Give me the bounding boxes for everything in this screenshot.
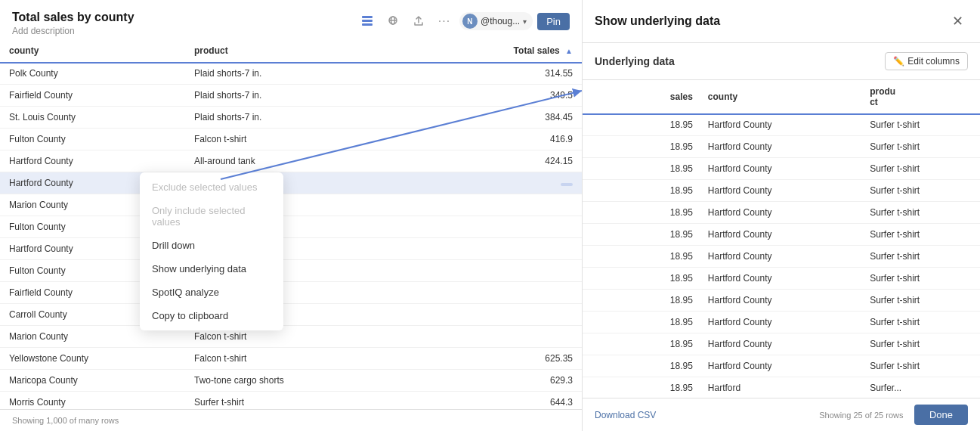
cell-total-sales: 424.15	[423, 150, 582, 172]
col-header-county[interactable]: county	[0, 39, 185, 63]
cell-total-sales: 625.35	[423, 348, 582, 370]
table-row[interactable]: Carroll CountyAll-around tank	[0, 304, 582, 326]
col-header-total-sales[interactable]: Total sales ▲	[423, 39, 582, 63]
cell-sales: 18.95	[583, 246, 700, 268]
table-row[interactable]: Fulton CountyFalcon t-shirt416.9	[0, 129, 582, 150]
cell-sales: 18.95	[583, 202, 700, 224]
cell-county: Fairfield County	[0, 85, 185, 107]
map-view-icon[interactable]	[382, 11, 403, 32]
table-row[interactable]: Marion CountyPlaid shorts-7 in.	[0, 194, 582, 216]
cell-total-sales: 644.3	[423, 392, 582, 410]
context-exclude: Exclude selected values	[140, 175, 283, 199]
table-view-icon[interactable]	[357, 11, 378, 32]
table-row[interactable]: Fulton CountySurfer t-shirt	[0, 216, 582, 238]
right-footer: Download CSV Showing 25 of 25 rows Done	[583, 398, 980, 431]
cell-product: Plaid shorts-7 in.	[185, 63, 423, 85]
context-spotiq[interactable]: SpotIQ analyze	[140, 281, 283, 304]
cell-product: Surfer t-shirt	[862, 355, 980, 377]
done-button[interactable]: Done	[914, 405, 968, 425]
cell-sales: 18.95	[583, 114, 700, 136]
underlying-table-row: 18.95Hartford CountySurfer t-shirt	[583, 333, 980, 355]
cell-total-sales: 384.45	[423, 107, 582, 129]
chevron-down-icon: ▾	[523, 17, 527, 26]
svg-rect-0	[362, 16, 373, 18]
cell-sales: 18.95	[583, 377, 700, 398]
cell-county: Polk County	[0, 63, 185, 85]
left-panel: Total sales by county Add description	[0, 0, 582, 431]
avatar: N	[462, 14, 478, 29]
col-header-product[interactable]: product	[862, 80, 980, 114]
col-header-product[interactable]: product	[185, 39, 423, 63]
cell-county: Morris County	[0, 392, 185, 410]
cell-product: Surfer t-shirt	[862, 158, 980, 180]
cell-county: Hartford	[700, 377, 862, 398]
cell-sales: 18.95	[583, 355, 700, 377]
col-header-county[interactable]: county	[700, 80, 862, 114]
pin-button[interactable]: Pin	[537, 13, 570, 30]
table-row[interactable]: Polk CountyPlaid shorts-7 in.314.55	[0, 63, 582, 85]
edit-columns-button[interactable]: ✏️ Edit columns	[885, 52, 968, 70]
cell-county: Hartford County	[700, 290, 862, 312]
table-row[interactable]: Hartford CountyAll-around tank424.15	[0, 150, 582, 172]
underlying-table-row: 18.95Hartford CountySurfer t-shirt	[583, 114, 980, 136]
right-panel-header: Show underlying data ✕	[583, 0, 980, 43]
cell-total-sales	[423, 194, 582, 216]
underlying-table: sales county product 18.95Hartford Count…	[583, 80, 980, 398]
header-actions: ··· N @thoug... ▾ Pin	[357, 11, 570, 32]
more-options-icon[interactable]: ···	[434, 11, 455, 32]
table-row[interactable]: Yellowstone CountyFalcon t-shirt625.35	[0, 348, 582, 370]
underlying-table-row: 18.95HartfordSurfer...	[583, 377, 980, 398]
cell-total-sales	[423, 260, 582, 282]
close-button[interactable]: ✕	[947, 11, 968, 32]
cell-county: Yellowstone County	[0, 348, 185, 370]
underlying-table-row: 18.95Hartford CountySurfer t-shirt	[583, 158, 980, 180]
cell-product: Surfer t-shirt	[862, 180, 980, 202]
table-row[interactable]: Fulton CountyPlaid shorts-7 in.	[0, 260, 582, 282]
table-row[interactable]: Fairfield CountySurfer t-shirt	[0, 282, 582, 304]
cell-product: All-around tank	[185, 150, 423, 172]
download-csv-link[interactable]: Download CSV	[595, 410, 656, 420]
underlying-table-row: 18.95Hartford CountySurfer t-shirt	[583, 268, 980, 290]
right-panel: Show underlying data ✕ Underlying data ✏…	[582, 0, 980, 431]
cell-county: Hartford County	[700, 136, 862, 158]
cell-product: Surfer t-shirt	[862, 202, 980, 224]
row-count-text: Showing 25 of 25 rows	[819, 411, 903, 420]
cell-county: Hartford County	[700, 202, 862, 224]
context-copy[interactable]: Copy to clipboard	[140, 304, 283, 327]
table-row[interactable]: Hartford CountyPlaid shorts-7 in.	[0, 238, 582, 260]
context-drill-down[interactable]: Drill down	[140, 234, 283, 257]
table-row[interactable]: Marion CountyFalcon t-shirt	[0, 326, 582, 348]
cell-product: Surfer t-shirt	[862, 268, 980, 290]
table-row[interactable]: Hartford CountySurfer t-shirt	[0, 172, 582, 194]
panel-subtitle[interactable]: Add description	[12, 26, 134, 36]
underlying-table-row: 18.95Hartford CountySurfer t-shirt	[583, 224, 980, 246]
table-header-row: county product Total sales ▲	[0, 39, 582, 63]
cell-sales: 18.95	[583, 136, 700, 158]
cell-county: Hartford County	[700, 333, 862, 355]
col-header-sales[interactable]: sales	[583, 80, 700, 114]
cell-sales: 18.95	[583, 180, 700, 202]
cell-county: Hartford County	[700, 224, 862, 246]
cell-county: Fulton County	[0, 129, 185, 150]
share-icon[interactable]	[408, 11, 429, 32]
cell-sales: 18.95	[583, 158, 700, 180]
table-row[interactable]: Maricopa CountyTwo-tone cargo shorts629.…	[0, 370, 582, 392]
right-panel-title: Show underlying data	[595, 14, 720, 28]
cell-product: Falcon t-shirt	[185, 129, 423, 150]
cell-total-sales	[423, 282, 582, 304]
cell-total-sales: 349.5	[423, 85, 582, 107]
sort-asc-icon: ▲	[565, 47, 573, 55]
underlying-table-row: 18.95Hartford CountySurfer t-shirt	[583, 312, 980, 333]
cell-product: Surfer t-shirt	[862, 290, 980, 312]
table-row[interactable]: Morris CountySurfer t-shirt644.3	[0, 392, 582, 410]
underlying-table-row: 18.95Hartford CountySurfer t-shirt	[583, 136, 980, 158]
cell-product: Two-tone cargo shorts	[185, 370, 423, 392]
cell-total-sales	[423, 238, 582, 260]
cell-sales: 18.95	[583, 290, 700, 312]
context-show-underlying[interactable]: Show underlying data	[140, 257, 283, 281]
table-row[interactable]: Fairfield CountyPlaid shorts-7 in.349.5	[0, 85, 582, 107]
cell-total-sales	[423, 216, 582, 238]
context-menu: Exclude selected values Only include sel…	[140, 172, 283, 330]
cell-product: Surfer t-shirt	[862, 114, 980, 136]
table-row[interactable]: St. Louis CountyPlaid shorts-7 in.384.45	[0, 107, 582, 129]
